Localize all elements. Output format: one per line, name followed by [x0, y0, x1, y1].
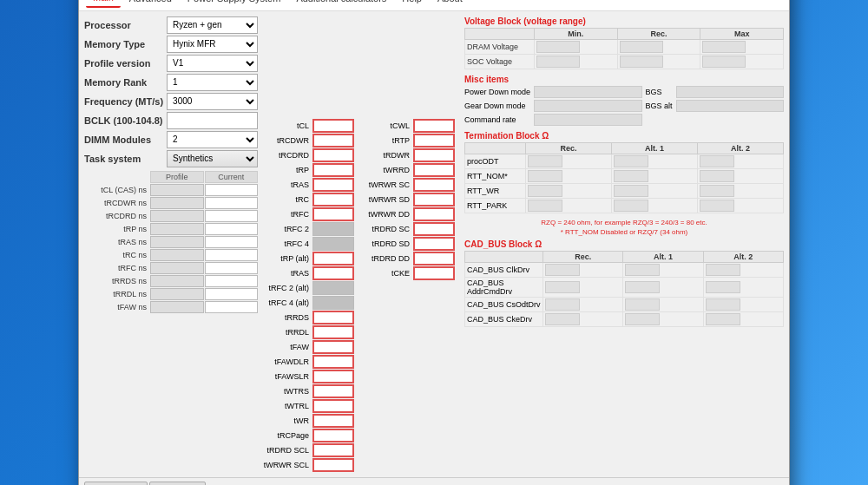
trrdl-profile-input[interactable]	[150, 288, 204, 300]
trrds-profile-input[interactable]	[150, 275, 204, 287]
csodtdrv-rec-input[interactable]	[545, 298, 580, 311]
bgs-input[interactable]	[676, 86, 784, 98]
twtrs-input[interactable]	[312, 384, 354, 398]
trfc-profile-input[interactable]	[150, 262, 204, 274]
dram-min-input[interactable]	[536, 41, 580, 53]
trfc4-input[interactable]	[312, 237, 354, 251]
rtt-nom-alt2-input[interactable]	[700, 170, 734, 182]
tfaw-profile-input[interactable]	[150, 301, 204, 313]
twr-input[interactable]	[312, 414, 354, 428]
task-select[interactable]: Synthetics	[167, 150, 258, 167]
twrwr-dd-input[interactable]	[413, 207, 455, 221]
trcdwr-input[interactable]	[312, 134, 354, 147]
trcdrd-current-input[interactable]	[205, 210, 259, 222]
trp-current-input[interactable]	[205, 223, 259, 235]
memory-type-select[interactable]: Hynix MFR	[167, 36, 258, 53]
trc-profile-input[interactable]	[150, 249, 204, 261]
processor-select[interactable]: Ryzen + gen	[167, 16, 258, 34]
rtt-park-alt2-input[interactable]	[700, 200, 734, 212]
trfc2-input[interactable]	[312, 222, 354, 236]
dram-rec-input[interactable]	[620, 41, 663, 53]
trp-profile-input[interactable]	[150, 223, 204, 235]
twrwr-scl-input[interactable]	[312, 458, 354, 472]
trtp-input[interactable]	[413, 134, 455, 147]
trfc4-alt-input[interactable]	[312, 296, 354, 310]
csodtdrv-alt2-input[interactable]	[706, 298, 740, 311]
trc-current-input[interactable]	[205, 249, 259, 261]
tcwl-input[interactable]	[413, 119, 455, 133]
trdwr-input[interactable]	[413, 148, 455, 162]
menu-advanced[interactable]: Advanced	[122, 0, 179, 7]
menu-help[interactable]: Help	[395, 0, 429, 7]
twrwr-sd-input[interactable]	[413, 193, 455, 206]
ckedrv-alt1-input[interactable]	[625, 313, 660, 325]
tras-current-input[interactable]	[205, 236, 259, 248]
tfaw-current-input[interactable]	[205, 301, 259, 313]
addrcmddrv-alt1-input[interactable]	[625, 281, 660, 293]
procodt-alt2-input[interactable]	[700, 155, 734, 167]
trcdrd-profile-input[interactable]	[150, 210, 204, 222]
soc-rec-input[interactable]	[620, 56, 663, 68]
trcdwr-current-input[interactable]	[205, 197, 259, 209]
soc-min-input[interactable]	[536, 56, 580, 68]
trcdrd-input[interactable]	[312, 148, 354, 162]
tras-profile-input[interactable]	[150, 236, 204, 248]
dimm-select[interactable]: 2	[167, 131, 258, 148]
command-rate-input[interactable]	[534, 114, 641, 126]
trcpage-input[interactable]	[312, 429, 354, 442]
bclk-input[interactable]: 100	[167, 112, 258, 129]
menu-additional[interactable]: Additional calculators	[289, 0, 393, 7]
trfc-input[interactable]	[312, 207, 354, 221]
trrdl-current-input[interactable]	[205, 288, 259, 300]
trfc-current-input[interactable]	[205, 262, 259, 274]
trdrd-dd-input[interactable]	[413, 252, 455, 265]
rtt-wr-alt1-input[interactable]	[614, 185, 648, 197]
clkdrv-rec-input[interactable]	[545, 264, 580, 276]
ckedrv-alt2-input[interactable]	[706, 313, 740, 325]
trp-alt-input[interactable]	[312, 252, 354, 265]
tras-alt-input[interactable]	[312, 266, 354, 280]
menu-main[interactable]: Main	[86, 0, 121, 8]
rtt-park-alt1-input[interactable]	[614, 200, 648, 212]
trc-input[interactable]	[312, 193, 354, 206]
procodt-alt1-input[interactable]	[614, 155, 648, 167]
addrcmddrv-alt2-input[interactable]	[706, 281, 740, 293]
rtt-wr-rec-input[interactable]	[528, 185, 562, 197]
procodt-rec-input[interactable]	[528, 155, 562, 167]
menu-power-supply[interactable]: Power Supply System	[181, 0, 288, 7]
tfaw-input2[interactable]	[312, 340, 354, 354]
tcl-profile-input[interactable]	[150, 184, 204, 196]
profile-version-select[interactable]: V1	[167, 55, 258, 72]
tfawdlr-input[interactable]	[312, 355, 354, 369]
tras-input[interactable]	[312, 178, 354, 192]
trfc2-alt-input[interactable]	[312, 281, 354, 295]
trp-input[interactable]	[312, 163, 354, 177]
dram-max-input[interactable]	[702, 41, 746, 53]
rtt-wr-alt2-input[interactable]	[700, 185, 734, 197]
rtt-nom-rec-input[interactable]	[528, 170, 562, 182]
gear-down-input[interactable]	[534, 100, 641, 112]
reset-button[interactable]: Reset	[149, 482, 206, 486]
bgs-alt-input[interactable]	[676, 100, 784, 112]
menu-about[interactable]: About	[431, 0, 470, 7]
tfawslr-input[interactable]	[312, 370, 354, 383]
twrrd-input[interactable]	[413, 163, 455, 177]
rtt-nom-alt1-input[interactable]	[614, 170, 648, 182]
tcke-input[interactable]	[413, 266, 455, 280]
rtt-park-rec-input[interactable]	[528, 200, 562, 212]
trrds-current-input[interactable]	[205, 275, 259, 287]
clkdrv-alt1-input[interactable]	[625, 264, 660, 276]
soc-max-input[interactable]	[702, 56, 746, 68]
tcl-current-input[interactable]	[205, 184, 259, 196]
screenshot-button[interactable]: Screenshot	[84, 482, 148, 486]
ckedrv-rec-input[interactable]	[545, 313, 580, 325]
twrwr-sc-input[interactable]	[413, 178, 455, 192]
trdrd-sd-input[interactable]	[413, 237, 455, 251]
trrds-input2[interactable]	[312, 311, 354, 324]
addrcmddrv-rec-input[interactable]	[545, 281, 580, 293]
memory-rank-select[interactable]: 1	[167, 74, 258, 91]
trrdl-input2[interactable]	[312, 325, 354, 339]
power-down-input[interactable]	[534, 86, 641, 98]
frequency-select[interactable]: 3000	[167, 93, 258, 110]
trcdwr-profile-input[interactable]	[150, 197, 204, 209]
